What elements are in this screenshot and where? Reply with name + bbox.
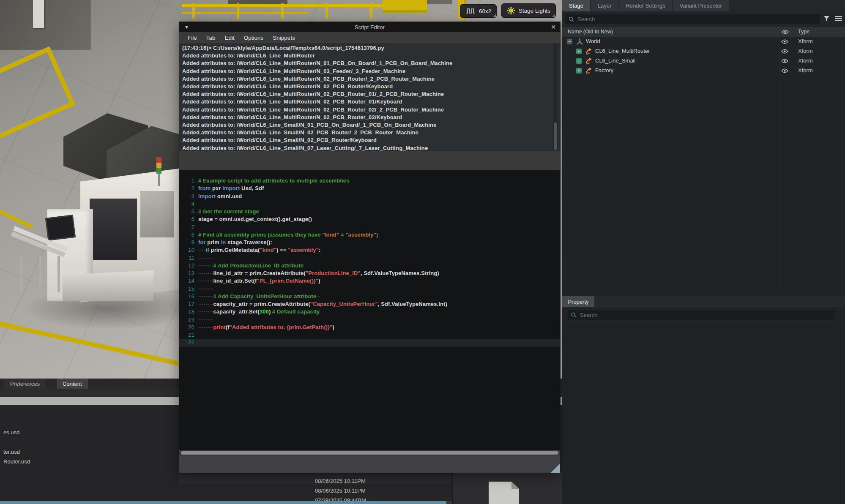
tab-render-settings[interactable]: Render Settings (619, 0, 672, 11)
stage-panel-tabs: StageLayerRender SettingsVariant Present… (562, 0, 845, 11)
close-icon[interactable]: ✕ (551, 24, 556, 30)
tree-row-cl6_line_small[interactable]: +CL6_Line_SmallXform (562, 56, 845, 66)
log-line: Added attributes to: /World/CL6_Line_Sma… (182, 121, 560, 129)
line-number: 14 (179, 277, 198, 285)
visibility-column-icon[interactable] (782, 30, 789, 34)
code-line[interactable]: 22 (179, 339, 560, 346)
filter-icon[interactable] (823, 16, 831, 22)
prim-name[interactable]: CL6_Line_Small (595, 57, 635, 64)
code-line[interactable]: 16········# Add Capacity_UnitsPerHour at… (179, 293, 560, 300)
line-number: 5 (179, 208, 198, 215)
fps-badge[interactable]: 60x2 (460, 4, 497, 18)
code-line[interactable]: 21 (179, 331, 560, 339)
log-line: Added attributes to: /World/CL6_Line_Mul… (182, 60, 560, 67)
xform-icon (585, 48, 593, 55)
stage-search-input[interactable]: Search (565, 14, 820, 24)
code-line[interactable]: 12········# Add ProductionLine_ID attrib… (179, 262, 560, 270)
code-line[interactable]: 13········line_id_attr = prim.CreateAttr… (179, 270, 560, 277)
code-line[interactable]: 1# Example script to add attributes to m… (179, 177, 560, 185)
line-number: 6 (179, 215, 198, 223)
expand-icon[interactable]: + (576, 58, 582, 64)
log-line: Added attributes to: /World/CL6_Line_Mul… (182, 75, 560, 83)
collapse-icon[interactable]: − (567, 39, 572, 44)
menu-file[interactable]: File (188, 35, 197, 41)
tab-stage[interactable]: Stage (562, 0, 590, 11)
code-line[interactable]: 6stage = omni.usd.get_context().get_stag… (179, 215, 560, 223)
code-line[interactable]: 14········line_id_attr.Set(f"PL_{prim.Ge… (179, 277, 560, 285)
property-search-input[interactable]: Search (568, 310, 835, 320)
log-line: Added attributes to: /World/CL6_Line_Sma… (182, 136, 560, 144)
content-hscrollbar-thumb[interactable] (0, 501, 446, 504)
floor-marking-rectangle (0, 46, 76, 144)
tab-property[interactable]: Property (562, 296, 594, 307)
line-number: 10 (179, 246, 198, 254)
file-name[interactable]: es.usd (3, 429, 19, 436)
stage-search-placeholder: Search (577, 16, 595, 22)
machine-glass-panel (140, 191, 174, 237)
visibility-eye-icon[interactable] (781, 39, 788, 44)
code-line[interactable]: 15········ (179, 285, 560, 293)
tree-row-factory[interactable]: +FactoryXform (562, 66, 845, 76)
log-line: Added attributes to: /World/CL6_Line_Sma… (182, 144, 560, 151)
railing-post (281, 3, 284, 19)
code-line[interactable]: 7 (179, 223, 560, 231)
prim-name[interactable]: Factory (595, 67, 613, 74)
expand-icon[interactable]: + (576, 68, 582, 74)
log-line: Added attributes to: /World/CL6_Line_Mul… (182, 90, 560, 98)
visibility-eye-icon[interactable] (781, 59, 788, 63)
xform-icon (585, 57, 593, 65)
code-editor[interactable]: 1# Example script to add attributes to m… (179, 170, 560, 450)
line-number: 12 (179, 262, 198, 270)
code-line[interactable]: 5# Get the current stage (179, 208, 560, 215)
output-log: (17:43:16)> C:/Users/klyle/AppData/Local… (179, 43, 560, 151)
menu-snippets[interactable]: Snippets (273, 35, 295, 41)
signal-light-red (156, 157, 161, 163)
expand-icon[interactable]: + (576, 49, 582, 54)
editor-tabstrip: Python 0 (179, 151, 560, 170)
menu-edit[interactable]: Edit (225, 35, 235, 41)
menu-tab[interactable]: Tab (206, 35, 216, 41)
tab-content[interactable]: Content (57, 379, 88, 389)
railing-post (370, 3, 372, 19)
line-number: 3 (179, 193, 198, 200)
window-resize-handle[interactable] (551, 463, 560, 473)
code-line[interactable]: 4 (179, 200, 560, 208)
code-line[interactable]: 3import omni.usd (179, 193, 560, 200)
menu-options[interactable]: Options (244, 35, 264, 41)
code-hscrollbar-thumb[interactable] (181, 451, 558, 455)
prim-type: Xform (798, 48, 813, 54)
editor-statusbar: Run (Ctrl + Enter) Ln 21, Col 0 Ins Pyth… (179, 456, 560, 473)
file-name[interactable]: ter.usd (3, 449, 20, 455)
code-line[interactable]: 11········ (179, 254, 560, 262)
file-name[interactable]: Router.usd (3, 458, 30, 465)
tab-variant-presenter[interactable]: Variant Presenter (673, 0, 729, 11)
code-line[interactable]: 17········capacity_attr = prim.CreateAtt… (179, 300, 560, 308)
stage-lights-button[interactable]: Stage Lights (501, 3, 556, 18)
prim-name[interactable]: CL6_Line_MultiRouter (595, 48, 650, 54)
visibility-eye-icon[interactable] (781, 68, 788, 73)
line-number: 15 (179, 285, 198, 293)
code-line[interactable]: 10····if prim.GetMetadata("kind") == "as… (179, 246, 560, 254)
prim-name[interactable]: World (586, 38, 600, 44)
visibility-eye-icon[interactable] (781, 49, 788, 54)
code-line[interactable]: 2from pxr import Usd, Sdf (179, 185, 560, 192)
file-modified-date[interactable]: 08/06/2025 10:11PM (315, 488, 366, 494)
log-line: Added attributes to: /World/CL6_Line_Sma… (182, 129, 560, 136)
code-line[interactable]: 9for prim in stage.Traverse(): (179, 239, 560, 246)
file-modified-date[interactable]: 08/06/2025 10:11PM (315, 478, 366, 484)
tree-row-world[interactable]: −WorldXform (562, 37, 845, 46)
code-line[interactable]: 8# Find all assembly prims (assumes they… (179, 231, 560, 239)
tree-row-cl6_line_multirouter[interactable]: +CL6_Line_MultiRouterXform (562, 46, 845, 56)
tab-layer[interactable]: Layer (591, 0, 618, 11)
tab-preferences[interactable]: Preferences (4, 379, 46, 389)
machine-recess (90, 199, 137, 260)
code-line[interactable]: 20········print(f"Added attributes to: {… (179, 324, 560, 331)
log-scrollbar-thumb[interactable] (554, 123, 557, 150)
tree-column-headers: Name (Old to New) Type (562, 27, 845, 37)
column-type-header[interactable]: Type (798, 29, 809, 35)
code-line[interactable]: 18········capacity_attr.Set(300) # Defau… (179, 308, 560, 316)
line-number: 18 (179, 308, 198, 316)
options-menu-icon[interactable] (835, 16, 842, 22)
column-name-header[interactable]: Name (Old to New) (568, 29, 613, 35)
code-line[interactable]: 19········ (179, 316, 560, 324)
